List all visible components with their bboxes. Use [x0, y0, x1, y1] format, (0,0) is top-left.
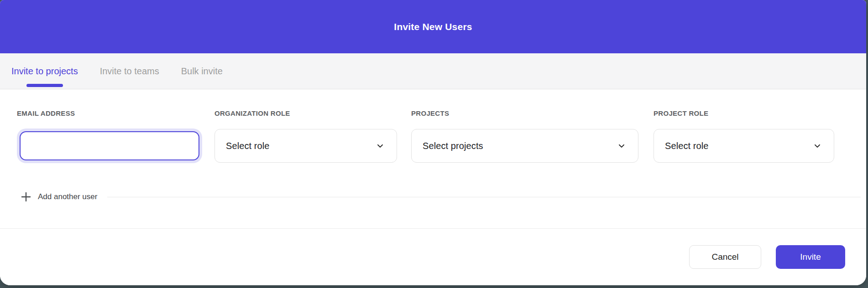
- select-value: Select role: [226, 141, 270, 151]
- organization-role-group: ORGANIZATION ROLE Select role: [214, 109, 397, 163]
- projects-select[interactable]: Select projects: [411, 129, 638, 163]
- tab-invite-to-teams[interactable]: Invite to teams: [100, 53, 159, 89]
- tab-invite-to-projects[interactable]: Invite to projects: [11, 53, 78, 89]
- add-user-row: Add another user: [17, 191, 866, 202]
- add-another-user-label: Add another user: [38, 192, 97, 201]
- divider: [107, 197, 861, 197]
- add-another-user-button[interactable]: Add another user: [21, 191, 97, 202]
- email-field-group: EMAIL ADDRESS: [17, 109, 202, 163]
- project-role-label: PROJECT ROLE: [654, 109, 834, 117]
- tab-label: Invite to teams: [100, 66, 159, 77]
- active-tab-indicator: [26, 84, 63, 87]
- chevron-down-icon: [813, 141, 822, 150]
- chevron-down-icon: [376, 141, 385, 150]
- email-input[interactable]: [20, 131, 199, 160]
- dialog-body: EMAIL ADDRESS ORGANIZATION ROLE Select r…: [0, 89, 866, 228]
- email-input-wrap: [17, 129, 202, 163]
- email-address-label: EMAIL ADDRESS: [17, 109, 202, 117]
- projects-group: PROJECTS Select projects: [411, 109, 638, 163]
- select-value: Select projects: [423, 141, 483, 151]
- organization-role-select[interactable]: Select role: [214, 129, 397, 163]
- invite-button[interactable]: Invite: [776, 245, 845, 269]
- invite-new-users-dialog: Invite New Users Invite to projects Invi…: [0, 0, 866, 285]
- dialog-title: Invite New Users: [394, 21, 472, 32]
- select-value: Select role: [665, 141, 709, 151]
- dialog-header: Invite New Users: [0, 0, 866, 53]
- dialog-footer: Cancel Invite: [0, 229, 866, 285]
- cancel-button[interactable]: Cancel: [689, 245, 761, 269]
- chevron-down-icon: [617, 141, 626, 150]
- plus-icon: [21, 191, 31, 202]
- project-role-select[interactable]: Select role: [654, 129, 834, 163]
- projects-label: PROJECTS: [411, 109, 638, 117]
- organization-role-label: ORGANIZATION ROLE: [214, 109, 397, 117]
- project-role-group: PROJECT ROLE Select role: [654, 109, 834, 163]
- tab-label: Bulk invite: [181, 66, 223, 77]
- tab-label: Invite to projects: [11, 66, 78, 77]
- tab-bar: Invite to projects Invite to teams Bulk …: [0, 53, 866, 89]
- invite-row: EMAIL ADDRESS ORGANIZATION ROLE Select r…: [17, 109, 866, 163]
- tab-bulk-invite[interactable]: Bulk invite: [181, 53, 223, 89]
